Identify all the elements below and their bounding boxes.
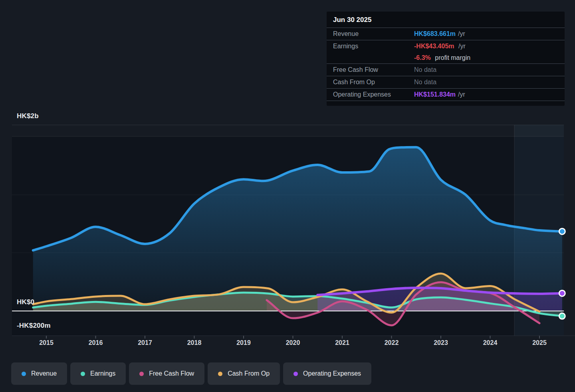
x-axis-year-label: 2023	[434, 339, 448, 346]
tooltip-value-free-cash-flow: No data	[414, 66, 436, 73]
legend-item-revenue[interactable]: Revenue	[11, 362, 67, 385]
x-axis-year-label: 2022	[385, 339, 399, 346]
tooltip-label: Free Cash Flow	[333, 66, 414, 73]
x-axis	[12, 336, 575, 339]
cash-from-op-series-dot-icon	[218, 372, 222, 376]
operating-expenses-series-dot-icon	[293, 372, 298, 376]
tooltip-value-earnings: -HK$43.405m	[414, 43, 454, 49]
tooltip-row-cash-from-op: Cash From Op No data	[327, 76, 565, 88]
legend-label: Cash From Op	[228, 370, 270, 377]
legend-item-cash-from-op[interactable]: Cash From Op	[208, 362, 280, 385]
revenue-end-marker	[559, 228, 565, 234]
x-axis-year-label: 2020	[286, 339, 300, 346]
tooltip-unit: /yr	[458, 30, 465, 38]
chart-legend: Revenue Earnings Free Cash Flow Cash Fro…	[11, 362, 371, 385]
financials-chart-page: { "chart": { "y_axis_labels": ["HK$2b", …	[0, 0, 575, 392]
tooltip-label: Earnings	[333, 40, 414, 52]
tooltip-row-operating-expenses: Operating Expenses HK$151.834m /yr	[327, 88, 565, 101]
x-axis-year-label: 2019	[236, 339, 251, 346]
tooltip-value-operating-expenses: HK$151.834m	[414, 91, 456, 98]
tooltip-row-revenue: Revenue HK$683.661m /yr	[327, 28, 565, 40]
y-axis-label-min: -HK$200m	[17, 322, 51, 330]
x-axis-year-label: 2021	[335, 339, 349, 346]
x-axis-year-label: 2024	[483, 339, 498, 346]
chart-plot-area[interactable]	[0, 112, 575, 351]
legend-item-free-cash-flow[interactable]: Free Cash Flow	[129, 362, 204, 385]
tooltip-unit: /yr	[458, 43, 466, 49]
tooltip-label: Revenue	[333, 30, 414, 38]
legend-label: Free Cash Flow	[149, 370, 194, 377]
legend-label: Earnings	[90, 370, 115, 377]
tooltip-label: Cash From Op	[333, 79, 414, 86]
free-cash-flow-series-dot-icon	[139, 372, 144, 376]
tooltip-profit-margin-text: profit margin	[435, 54, 470, 61]
earnings-series-dot-icon	[81, 372, 85, 376]
x-axis-year-label: 2016	[89, 339, 103, 346]
tooltip-row-free-cash-flow: Free Cash Flow No data	[327, 63, 565, 76]
legend-label: Operating Expenses	[303, 370, 361, 377]
tooltip-label: Operating Expenses	[333, 91, 414, 98]
operating-expenses-end-marker	[559, 290, 565, 296]
legend-item-earnings[interactable]: Earnings	[70, 362, 126, 385]
x-axis-year-label: 2025	[532, 339, 547, 346]
y-axis-label-max: HK$2b	[17, 112, 39, 120]
x-axis-year-label: 2015	[39, 339, 54, 346]
legend-item-operating-expenses[interactable]: Operating Expenses	[283, 362, 371, 385]
y-axis-label-zero: HK$0	[17, 298, 34, 306]
tooltip-value-cash-from-op: No data	[414, 79, 436, 86]
tooltip-value-profit-margin: -6.3%	[414, 54, 431, 61]
earnings-end-marker	[559, 313, 565, 319]
tooltip-value-revenue: HK$683.661m	[414, 30, 456, 38]
tooltip-bottom-border	[327, 101, 565, 106]
hover-tooltip: Jun 30 2025 Revenue HK$683.661m /yr Earn…	[327, 12, 565, 106]
legend-label: Revenue	[31, 370, 57, 377]
revenue-series-dot-icon	[22, 372, 26, 376]
tooltip-unit: /yr	[458, 91, 465, 98]
tooltip-date: Jun 30 2025	[327, 12, 565, 28]
x-axis-year-label: 2018	[187, 339, 202, 346]
x-axis-year-label: 2017	[138, 339, 152, 346]
tooltip-row-earnings: Earnings -HK$43.405m /yr -6.3% profit ma…	[327, 40, 565, 63]
